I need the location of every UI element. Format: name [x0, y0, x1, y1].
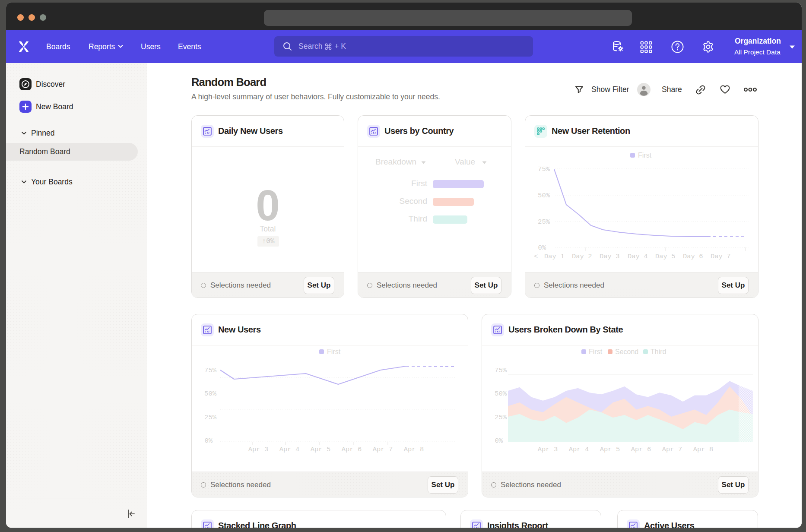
- svg-text:Apr 4: Apr 4: [279, 446, 300, 453]
- svg-text:First: First: [638, 152, 652, 159]
- svg-text:Apr 6: Apr 6: [342, 446, 362, 453]
- svg-text:Apr 8: Apr 8: [693, 446, 714, 453]
- svg-text:50%: 50%: [204, 390, 217, 398]
- svg-text:Apr 7: Apr 7: [662, 446, 682, 453]
- svg-text:0%: 0%: [204, 437, 213, 445]
- svg-text:25%: 25%: [495, 414, 507, 421]
- svg-text:0%: 0%: [495, 437, 503, 445]
- svg-text:<: <: [534, 253, 538, 260]
- svg-text:50%: 50%: [538, 192, 550, 200]
- svg-text:Second: Second: [615, 348, 638, 355]
- svg-text:Day 2: Day 2: [572, 253, 592, 260]
- svg-text:First: First: [589, 348, 603, 355]
- svg-text:25%: 25%: [204, 414, 217, 421]
- svg-text:First: First: [327, 348, 341, 355]
- svg-text:Apr 5: Apr 5: [600, 446, 620, 453]
- svg-text:Apr 8: Apr 8: [404, 446, 424, 453]
- svg-text:Day 1: Day 1: [544, 253, 565, 260]
- svg-text:25%: 25%: [538, 218, 550, 226]
- svg-text:Apr 3: Apr 3: [248, 446, 269, 453]
- svg-text:Day 5: Day 5: [655, 253, 676, 260]
- svg-text:Day 3: Day 3: [600, 253, 620, 260]
- svg-text:Apr 7: Apr 7: [373, 446, 393, 453]
- svg-text:Apr 5: Apr 5: [311, 446, 331, 453]
- svg-text:75%: 75%: [204, 367, 217, 374]
- svg-text:Apr 3: Apr 3: [538, 446, 558, 453]
- svg-text:50%: 50%: [495, 390, 507, 398]
- svg-text:Day 7: Day 7: [711, 253, 731, 260]
- svg-text:Day 4: Day 4: [628, 253, 648, 260]
- svg-text:Apr 6: Apr 6: [631, 446, 651, 453]
- svg-text:0%: 0%: [538, 244, 546, 252]
- svg-text:Third: Third: [651, 348, 666, 355]
- svg-text:Day 6: Day 6: [683, 253, 703, 260]
- svg-text:Apr 4: Apr 4: [569, 446, 589, 453]
- svg-text:75%: 75%: [538, 165, 550, 173]
- svg-text:75%: 75%: [495, 367, 507, 374]
